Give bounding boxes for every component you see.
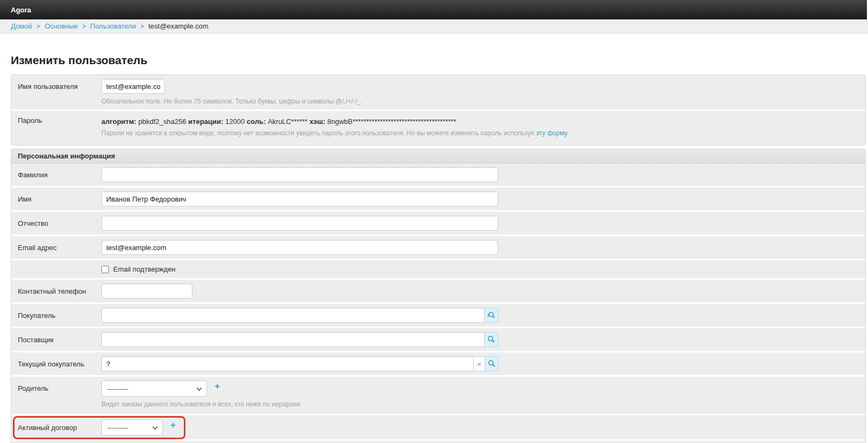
middle-name-label: Отчество (18, 216, 101, 227)
first-name-row: Имя (11, 188, 865, 212)
change-password-link[interactable]: эту форму (536, 129, 567, 137)
password-hash-readout: алгоритм: pbkdf2_sha256 итерации: 12000 … (101, 115, 859, 126)
account-fieldset: Имя пользователя Обязательное поле. Не б… (11, 74, 866, 146)
parent-row: Родитель --------- + Видит заказы данног… (11, 377, 865, 416)
email-confirmed-checkbox[interactable] (101, 266, 109, 273)
email-input[interactable] (101, 240, 498, 255)
current-buyer-label: Текущий покупатель (18, 356, 101, 368)
parent-help: Видит заказы данного пользователя и всех… (101, 400, 859, 409)
email-confirmed-label[interactable]: Email подтвержден (113, 265, 176, 273)
password-algorithm-value: pbkdf2_sha256 (139, 117, 187, 126)
username-input[interactable] (101, 79, 165, 94)
current-buyer-row: Текущий покупатель × (11, 352, 865, 377)
password-salt-label: соль: (247, 117, 266, 126)
active-agreement-row: Активное доп соглашение --------- + (11, 441, 865, 443)
middle-name-input[interactable] (101, 216, 498, 231)
app-header: Agora (0, 0, 868, 19)
breadcrumb-separator: > (37, 23, 40, 30)
breadcrumb-separator: > (82, 23, 86, 30)
password-salt-value: AkruLC****** (268, 117, 308, 126)
active-contract-label: Активный договор (18, 424, 101, 432)
close-icon: × (477, 359, 482, 369)
add-contract-button[interactable]: + (170, 419, 176, 430)
supplier-input[interactable] (101, 332, 485, 347)
buyer-label: Покупатель (18, 308, 101, 320)
breadcrumb-home[interactable]: Домой (11, 22, 32, 30)
buyer-lookup-button[interactable] (485, 308, 498, 323)
buyer-row: Покупатель (11, 304, 865, 328)
main-content: Изменить пользователь Имя пользователя О… (0, 54, 868, 443)
first-name-label: Имя (18, 191, 101, 203)
last-name-label: Фамилия (18, 167, 101, 179)
add-parent-button[interactable]: + (215, 380, 220, 391)
email-label: Email адрес (18, 240, 101, 252)
first-name-input[interactable] (101, 191, 498, 206)
password-help: Пароли не хранятся в открытом виде, поэт… (101, 129, 711, 137)
breadcrumb-current: test@example.com (148, 22, 208, 30)
email-confirmed-row: Email подтвержден (11, 260, 865, 280)
password-hash-label: хэш: (309, 117, 325, 126)
app-brand[interactable]: Agora (11, 6, 31, 14)
breadcrumb-separator: > (140, 23, 144, 30)
password-hash-value: 8ngwbB**********************************… (327, 117, 456, 126)
supplier-lookup-button[interactable] (485, 332, 498, 347)
page-title: Изменить пользователь (11, 54, 866, 67)
breadcrumb: Домой > Основные > Пользователи > test@e… (0, 19, 868, 33)
password-iterations-label: итерации: (188, 117, 223, 126)
password-algorithm-label: алгоритм: (101, 117, 136, 126)
password-help-text: Пароли не хранятся в открытом виде, поэт… (101, 129, 536, 137)
current-buyer-lookup-button[interactable] (485, 356, 499, 371)
password-row: Пароль алгоритм: pbkdf2_sha256 итерации:… (11, 111, 865, 145)
phone-label: Контактный телефон (18, 283, 101, 295)
breadcrumb-model[interactable]: Пользователи (90, 22, 136, 30)
email-row: Email адрес (11, 236, 865, 260)
password-iterations-value: 12000 (225, 117, 245, 126)
active-contract-select[interactable]: --------- (101, 419, 163, 435)
phone-input[interactable] (101, 283, 192, 299)
current-buyer-input[interactable] (101, 356, 474, 371)
phone-row: Контактный телефон (11, 280, 865, 304)
buyer-input[interactable] (101, 308, 485, 323)
search-icon (487, 335, 495, 344)
search-icon (487, 359, 496, 368)
username-row: Имя пользователя Обязательное поле. Не б… (11, 75, 865, 111)
password-label: Пароль (18, 115, 101, 124)
last-name-row: Фамилия (11, 163, 865, 188)
username-help: Обязательное поле. Не более 75 символов.… (101, 97, 859, 106)
parent-select[interactable]: --------- (101, 380, 207, 397)
current-buyer-clear-button[interactable]: × (474, 356, 485, 371)
parent-label: Родитель (18, 380, 101, 392)
middle-name-row: Отчество (11, 212, 865, 236)
personal-section-header: Персональная информация (11, 149, 865, 163)
supplier-label: Поставщик (18, 332, 101, 344)
active-contract-row: Активный договор --------- + (11, 416, 865, 441)
personal-info-fieldset: Персональная информация Фамилия Имя Отче… (11, 149, 866, 443)
username-label: Имя пользователя (18, 79, 101, 91)
search-related-icon (487, 311, 495, 320)
breadcrumb-app[interactable]: Основные (45, 22, 78, 30)
last-name-input[interactable] (101, 167, 498, 182)
supplier-row: Поставщик (11, 328, 865, 352)
